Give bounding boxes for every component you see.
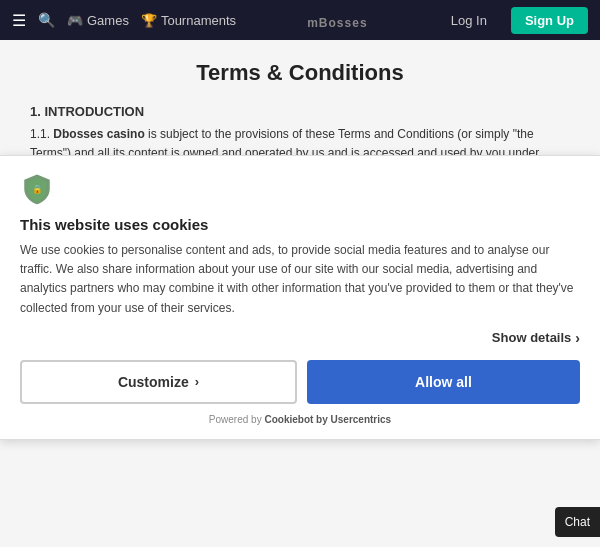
page-background: Terms & Conditions 1. INTRODUCTION 1.1. …	[0, 40, 600, 547]
cookie-body: We use cookies to personalise content an…	[20, 241, 580, 318]
games-icon: 🎮	[67, 13, 83, 28]
navbar: ☰ 🔍 🎮 Games 🏆 Tournaments mBosses Log In…	[0, 0, 600, 40]
show-details-link[interactable]: Show details ›	[20, 330, 580, 346]
allow-all-button[interactable]: Allow all	[307, 360, 580, 404]
cookie-logo-row: 🔒	[20, 172, 580, 206]
svg-text:🔒: 🔒	[32, 184, 43, 195]
section1-title: 1. INTRODUCTION	[30, 104, 570, 119]
hamburger-icon[interactable]: ☰	[12, 11, 26, 30]
games-nav-item[interactable]: 🎮 Games	[67, 13, 129, 28]
customize-button[interactable]: Customize ›	[20, 360, 297, 404]
chat-button[interactable]: Chat	[555, 507, 600, 537]
page-title: Terms & Conditions	[30, 60, 570, 86]
tournaments-label: Tournaments	[161, 13, 236, 28]
login-button[interactable]: Log In	[439, 7, 499, 34]
customize-chevron-icon: ›	[195, 374, 199, 389]
games-label: Games	[87, 13, 129, 28]
search-icon[interactable]: 🔍	[38, 12, 55, 28]
cookie-buttons: Customize › Allow all	[20, 360, 580, 404]
cookie-title: This website uses cookies	[20, 216, 580, 233]
site-logo: mBosses	[248, 9, 427, 32]
tournaments-nav-item[interactable]: 🏆 Tournaments	[141, 13, 236, 28]
trophy-icon: 🏆	[141, 13, 157, 28]
signup-button[interactable]: Sign Up	[511, 7, 588, 34]
cookie-powered-by: Powered by Cookiebot by Usercentrics	[20, 414, 580, 425]
chevron-right-icon: ›	[575, 330, 580, 346]
cookiebot-shield-icon: 🔒	[20, 172, 54, 206]
cookie-consent-dialog: 🔒 This website uses cookies We use cooki…	[0, 155, 600, 440]
